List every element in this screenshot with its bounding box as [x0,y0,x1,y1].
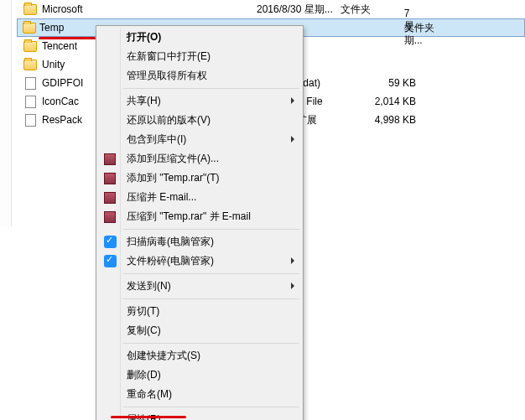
menu-rar-temp[interactable]: 添加到 "Temp.rar"(T) [98,169,301,188]
annotation-redline-bottom [111,416,186,418]
menu-open-new-window[interactable]: 在新窗口中打开(E) [98,47,301,66]
menu-label: 删除(D) [127,368,161,382]
menu-label: 剪切(T) [127,304,159,319]
menu-file-shred[interactable]: 文件粉碎(电脑管家) [98,251,301,271]
file-size: 59 KB [366,77,424,89]
menu-separator [123,407,299,407]
menu-create-shortcut[interactable]: 创建快捷方式(S) [98,346,301,366]
folder-icon [23,23,36,34]
menu-rename[interactable]: 重命名(M) [98,385,301,404]
chevron-right-icon [291,136,294,143]
menu-label: 文件粉碎(电脑管家) [127,254,214,268]
rar-icon [102,152,117,167]
annotation-redline-top [39,37,96,39]
menu-label: 管理员取得所有权 [127,69,207,83]
rar-icon [102,171,117,186]
menu-restore-versions[interactable]: 还原以前的版本(V) [98,111,301,130]
menu-label: 复制(C) [127,324,161,338]
sidebar-edge [0,0,12,226]
menu-send-to[interactable]: 发送到(N) [98,277,301,296]
menu-rar-add[interactable]: 添加到压缩文件(A)... [98,149,301,169]
menu-label: 共享(H) [127,94,161,108]
shield-icon [102,235,117,250]
rar-icon [102,190,117,205]
context-menu: 打开(O) 在新窗口中打开(E) 管理员取得所有权 共享(H) 还原以前的版本(… [96,25,304,420]
menu-label: 扫描病毒(电脑管家) [127,235,214,249]
menu-include-library[interactable]: 包含到库中(I) [98,130,301,149]
menu-properties[interactable]: 属性(R) [98,410,301,420]
menu-label: 添加到 "Temp.rar"(T) [127,171,220,185]
menu-separator [123,273,299,274]
folder-icon [22,41,39,52]
chevron-right-icon [291,257,294,264]
file-icon [22,114,39,127]
menu-separator [123,229,299,230]
menu-label: 发送到(N) [127,279,171,293]
chevron-right-icon [291,97,294,104]
menu-share[interactable]: 共享(H) [98,91,301,111]
menu-label: 压缩并 E-mail... [127,190,196,205]
menu-label: 压缩到 "Temp.rar" 并 E-mail [127,210,251,224]
menu-delete[interactable]: 删除(D) [98,366,301,385]
menu-rar-temp-mail[interactable]: 压缩到 "Temp.rar" 并 E-mail [98,207,301,226]
rar-icon [102,210,117,225]
menu-label: 在新窗口中打开(E) [127,49,211,64]
file-size: 4,998 KB [366,114,424,126]
menu-cut[interactable]: 剪切(T) [98,302,301,321]
menu-label: 打开(O) [127,30,161,44]
menu-copy[interactable]: 复制(C) [98,321,301,340]
menu-rar-mail[interactable]: 压缩并 E-mail... [98,188,301,207]
menu-separator [123,88,299,89]
file-icon [22,77,39,90]
menu-label: 包含到库中(I) [127,132,186,147]
menu-open[interactable]: 打开(O) [98,28,301,47]
folder-icon [22,60,39,70]
menu-label: 创建快捷方式(S) [127,349,200,363]
chevron-right-icon [291,283,294,289]
menu-take-ownership[interactable]: 管理员取得所有权 [98,66,301,86]
shield-icon [102,254,117,269]
file-type: 文件夹 [404,21,481,35]
file-icon [22,96,39,108]
folder-icon [22,4,39,15]
menu-label: 还原以前的版本(V) [127,113,211,127]
file-size: 2,014 KB [366,96,424,107]
menu-separator [123,298,299,299]
menu-label: 添加到压缩文件(A)... [127,152,219,166]
menu-label: 重命名(M) [127,387,172,402]
menu-separator [123,343,299,344]
menu-scan-virus[interactable]: 扫描病毒(电脑管家) [98,232,301,251]
